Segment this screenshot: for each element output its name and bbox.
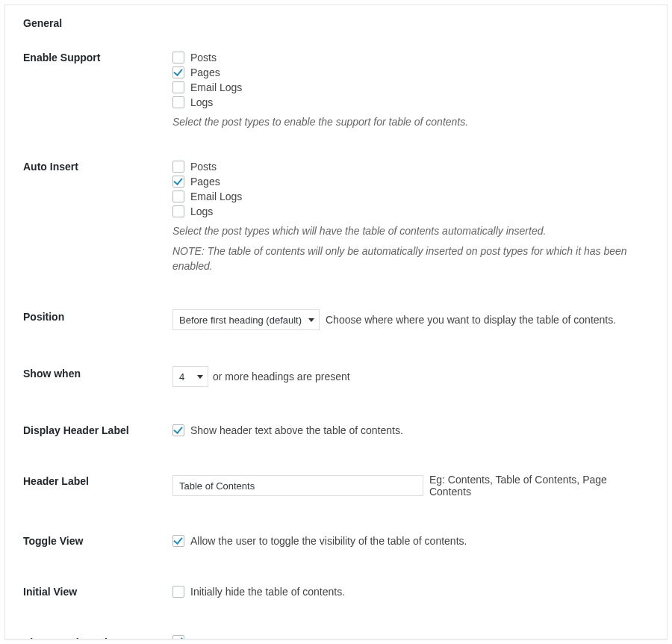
help-text-enable-support: Select the post types to enable the supp… <box>172 114 649 129</box>
general-settings-panel: General Enable Support Posts Pages Email… <box>4 4 668 640</box>
input-header-label[interactable] <box>172 475 423 496</box>
row-initial-view: Initial View Initially hide the table of… <box>23 584 649 599</box>
help-text-position: Choose where where you want to display t… <box>326 314 616 326</box>
checkbox-label: Logs <box>190 204 213 219</box>
row-auto-insert: Auto Insert Posts Pages Email Logs Logs <box>23 159 649 273</box>
label-enable-support: Enable Support <box>23 50 172 64</box>
checkbox-enable-support-email-logs[interactable] <box>172 81 184 93</box>
row-header-label: Header Label Eg: Contents, Table of Cont… <box>23 474 649 498</box>
checkbox-label: Initially hide the table of contents. <box>190 584 345 599</box>
help-text-auto-insert-1: Select the post types which will have th… <box>172 223 649 238</box>
row-position: Position Before first heading (default) … <box>23 309 649 330</box>
label-auto-insert: Auto Insert <box>23 159 172 173</box>
checkbox-enable-support-posts[interactable] <box>172 52 184 64</box>
label-initial-view: Initial View <box>23 584 172 598</box>
row-toggle-view: Toggle View Allow the user to toggle the… <box>23 533 649 548</box>
checkbox-display-header-label[interactable] <box>172 424 184 436</box>
label-show-hierarchy: Show as Hierarchy <box>23 635 172 640</box>
checkbox-label: Logs <box>190 95 213 110</box>
suffix-show-when: or more headings are present <box>213 371 350 383</box>
row-display-header-label: Display Header Label Show header text ab… <box>23 423 649 438</box>
checkbox-label: Allow the user to toggle the visibility … <box>190 533 467 548</box>
checkbox-label: Pages <box>190 174 220 189</box>
checkbox-label: Pages <box>190 65 220 80</box>
hint-header-label: Eg: Contents, Table of Contents, Page Co… <box>429 474 649 498</box>
checkbox-label: Posts <box>190 50 217 65</box>
checkbox-label: Email Logs <box>190 80 242 95</box>
label-toggle-view: Toggle View <box>23 533 172 547</box>
note-label: NOTE: <box>172 245 205 257</box>
checkbox-label: Email Logs <box>190 189 242 204</box>
checkbox-auto-insert-email-logs[interactable] <box>172 191 184 202</box>
note-text: The table of contents will only be autom… <box>172 245 627 272</box>
checkbox-initial-view[interactable] <box>172 586 184 598</box>
select-show-when[interactable]: 4 <box>172 366 208 387</box>
checkbox-enable-support-logs[interactable] <box>172 96 184 108</box>
row-show-hierarchy: Show as Hierarchy <box>23 635 649 640</box>
section-title: General <box>23 17 649 29</box>
label-show-when: Show when <box>23 366 172 380</box>
label-header-label: Header Label <box>23 474 172 487</box>
row-enable-support: Enable Support Posts Pages Email Logs Lo… <box>23 50 649 129</box>
row-show-when: Show when 4 or more headings are present <box>23 366 649 387</box>
checkbox-auto-insert-logs[interactable] <box>172 205 184 217</box>
checkbox-toggle-view[interactable] <box>172 535 184 547</box>
label-display-header-label: Display Header Label <box>23 423 172 436</box>
checkbox-label: Show header text above the table of cont… <box>190 423 403 438</box>
help-text-auto-insert-2: NOTE: The table of contents will only be… <box>172 244 649 274</box>
label-position: Position <box>23 309 172 323</box>
select-position[interactable]: Before first heading (default) <box>172 309 320 330</box>
checkbox-label: Posts <box>190 159 217 174</box>
checkbox-enable-support-pages[interactable] <box>172 66 184 78</box>
checkbox-auto-insert-posts[interactable] <box>172 161 184 173</box>
checkbox-show-hierarchy[interactable] <box>172 635 184 640</box>
checkbox-auto-insert-pages[interactable] <box>172 176 184 188</box>
